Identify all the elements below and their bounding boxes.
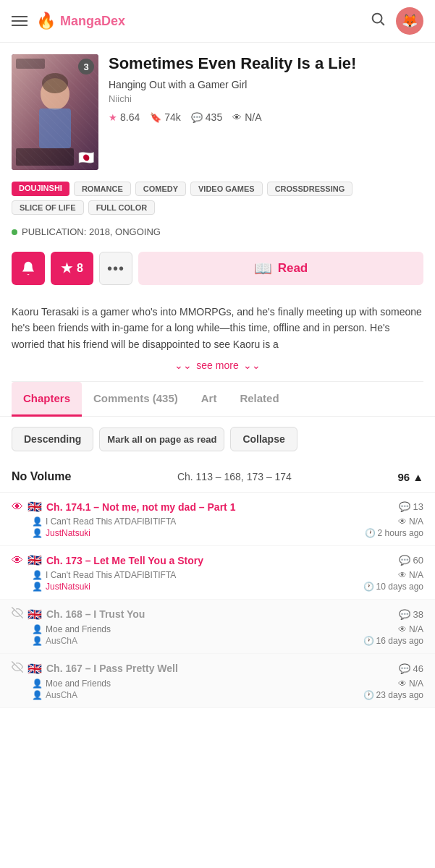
chapter-meta-row: 👤 Moe and Friends 👁 N/A <box>12 624 423 634</box>
search-button[interactable] <box>370 11 386 31</box>
chapter-group-name: 👤 Moe and Friends <box>32 678 111 689</box>
chapter-uploader[interactable]: 👤 AusChA <box>32 636 77 646</box>
unread-eye-icon <box>12 607 23 621</box>
rating-stat: ★ 8.64 <box>109 111 140 123</box>
tab-chapters-label: Chapters <box>23 392 70 404</box>
chapter-list: 👁 🇬🇧 Ch. 174.1 – Not me, not my dad – Pa… <box>0 492 435 708</box>
svg-rect-5 <box>39 109 71 148</box>
read-button[interactable]: 📖 Read <box>138 252 423 285</box>
logo-flame-icon: 🔥 <box>36 12 56 30</box>
uploader-icon: 👤 <box>32 528 43 538</box>
chapter-right: 💬 13 <box>399 501 423 512</box>
chapter-views: 👁 N/A <box>398 678 423 689</box>
more-options-button[interactable]: ••• <box>99 252 132 285</box>
chapter-left: 🇬🇧 Ch. 167 – I Pass Pretty Well <box>12 661 178 676</box>
book-icon: 📖 <box>254 260 272 277</box>
chapter-title[interactable]: Ch. 174.1 – Not me, not my dad – Part 1 <box>46 501 235 513</box>
chapter-main-row: 👁 🇬🇧 Ch. 174.1 – Not me, not my dad – Pa… <box>12 500 423 514</box>
header: 🔥 MangaDex 🦊 <box>0 0 435 43</box>
views-label: N/A <box>409 624 423 634</box>
chevron-down-right-icon: ⌄⌄ <box>243 359 261 371</box>
tab-comments[interactable]: Comments (435) <box>82 382 190 417</box>
svg-point-6 <box>42 73 68 93</box>
group-label: Moe and Friends <box>46 624 111 634</box>
star-follow-icon: ★ <box>61 260 72 276</box>
tab-art-label: Art <box>201 392 217 404</box>
tag-comedy[interactable]: COMEDY <box>135 182 186 196</box>
tag-video-games[interactable]: VIDEO GAMES <box>190 182 263 196</box>
chapter-right: 💬 38 <box>399 609 423 620</box>
views-stat: 👁 N/A <box>232 111 261 123</box>
uploader-name: JustNatsuki <box>46 528 90 538</box>
views-label: N/A <box>409 678 423 689</box>
chevron-up-icon[interactable]: ▲ <box>413 471 423 483</box>
follow-count: 8 <box>77 262 83 275</box>
manga-details: Sometimes Even Reality Is a Lie! Hanging… <box>109 54 423 123</box>
hamburger-menu-button[interactable] <box>12 16 28 26</box>
follow-button[interactable]: ★ 8 <box>51 252 93 285</box>
chapter-title[interactable]: Ch. 173 – Let Me Tell You a Story <box>46 555 203 566</box>
chapter-uploader[interactable]: 👤 AusChA <box>32 690 77 700</box>
chapter-time: 🕐 16 days ago <box>363 636 423 646</box>
tag-crossdressing[interactable]: CROSSDRESSING <box>267 182 353 196</box>
uploader-name: AusChA <box>46 636 77 646</box>
chapter-uploader-row: 👤 AusChA 🕐 23 days ago <box>12 690 423 700</box>
follows-stat: 🔖 74k <box>150 111 181 123</box>
mark-all-read-button[interactable]: Mark all on page as read <box>99 427 224 451</box>
svg-rect-7 <box>16 59 45 69</box>
description-text: Kaoru Terasaki is a gamer who's into MMO… <box>12 304 423 352</box>
tag-romance[interactable]: ROMANCE <box>74 182 131 196</box>
person-icon: 👤 <box>32 678 43 689</box>
views-value: N/A <box>245 111 261 123</box>
chapter-uploader-row: 👤 JustNatsuki 🕐 2 hours ago <box>12 528 423 538</box>
eye-views-icon: 👁 <box>398 570 407 580</box>
tag-doujinshi[interactable]: DOUJINSHI <box>12 182 69 196</box>
unread-eye-icon <box>12 661 23 676</box>
chapter-title[interactable]: Ch. 168 – I Trust You <box>46 608 145 620</box>
chapter-uploader[interactable]: 👤 JustNatsuki <box>32 582 90 592</box>
chapter-comment-count: 13 <box>413 501 423 512</box>
eye-views-icon: 👁 <box>398 624 407 634</box>
notification-bell-button[interactable] <box>12 252 45 285</box>
descending-label: Descending <box>24 433 81 445</box>
chapter-group-name: 👤 I Can't Read This ATDAFIBITIFTA <box>32 570 176 580</box>
views-label: N/A <box>409 516 423 527</box>
tab-related[interactable]: Related <box>228 382 290 417</box>
manga-subtitle: Hanging Out with a Gamer Girl <box>109 79 423 90</box>
bookmark-icon: 🔖 <box>150 112 161 123</box>
volume-badge: 3 <box>78 59 94 75</box>
chapter-title[interactable]: Ch. 167 – I Pass Pretty Well <box>46 663 178 674</box>
publication-status: PUBLICATION: 2018, ONGOING <box>0 222 435 246</box>
tab-art[interactable]: Art <box>190 382 229 417</box>
person-icon: 👤 <box>32 570 43 580</box>
comment-count-icon: 💬 <box>399 555 410 566</box>
tab-chapters[interactable]: Chapters <box>12 382 82 417</box>
group-label: I Can't Read This ATDAFIBITIFTA <box>46 516 176 527</box>
chapter-main-row: 🇬🇧 Ch. 167 – I Pass Pretty Well 💬 46 <box>12 661 423 676</box>
svg-rect-8 <box>16 148 74 166</box>
mark-all-label: Mark all on page as read <box>107 434 216 445</box>
see-more-button[interactable]: ⌄⌄ see more ⌄⌄ <box>0 355 435 381</box>
svg-point-4 <box>41 78 69 110</box>
uploader-name: JustNatsuki <box>46 582 90 592</box>
manga-cover[interactable]: 3 🇯🇵 <box>12 54 98 170</box>
collapse-button[interactable]: Collapse <box>230 427 297 451</box>
chapter-uploader[interactable]: 👤 JustNatsuki <box>32 528 90 538</box>
chapter-group-name: 👤 Moe and Friends <box>32 624 111 634</box>
eye-icon: 👁 <box>232 112 242 123</box>
manga-stats: ★ 8.64 🔖 74k 💬 435 👁 N/A <box>109 111 423 123</box>
chapter-comment-count: 60 <box>413 555 423 566</box>
rating-value: 8.64 <box>120 111 140 123</box>
uploader-icon: 👤 <box>32 690 43 700</box>
chapter-flag: 🇬🇧 <box>28 500 42 514</box>
chapter-uploader-row: 👤 JustNatsuki 🕐 10 days ago <box>12 582 423 592</box>
user-avatar[interactable]: 🦊 <box>396 7 423 35</box>
tag-slice-of-life[interactable]: SLICE OF LIFE <box>12 200 84 215</box>
clock-icon: 🕐 <box>363 690 374 700</box>
descending-filter-button[interactable]: Descending <box>12 427 93 451</box>
comment-count-icon: 💬 <box>399 501 410 512</box>
chapter-views: 👁 N/A <box>398 624 423 634</box>
header-left: 🔥 MangaDex <box>12 12 125 30</box>
tag-full-color[interactable]: FULL COLOR <box>88 200 156 215</box>
status-dot-icon <box>12 229 17 235</box>
